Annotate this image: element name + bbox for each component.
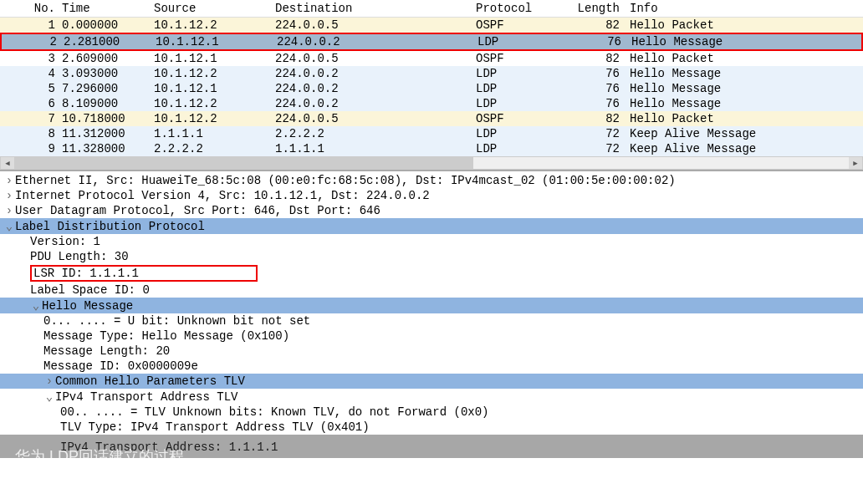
chevron-down-icon: ⌄ bbox=[43, 389, 55, 404]
cell: 76 bbox=[548, 66, 623, 81]
packet-row[interactable]: 10.00000010.1.12.2224.0.0.5OSPF82Hello P… bbox=[0, 18, 863, 33]
cell: 9 bbox=[0, 141, 59, 156]
packet-details-pane[interactable]: ›Ethernet II, Src: HuaweiTe_68:5c:08 (00… bbox=[0, 171, 863, 458]
cell: 7.296000 bbox=[59, 81, 151, 96]
cell: 10.1.12.2 bbox=[151, 96, 272, 111]
cell: Hello Packet bbox=[623, 51, 863, 66]
packet-row[interactable]: 911.3280002.2.2.21.1.1.1LDP72Keep Alive … bbox=[0, 141, 863, 156]
col-destination[interactable]: Destination bbox=[272, 0, 472, 17]
detail-label-space[interactable]: Label Space ID: 0 bbox=[0, 283, 863, 298]
cell: 2.281000 bbox=[60, 34, 152, 49]
detail-hello-message[interactable]: ⌄Hello Message bbox=[0, 298, 863, 313]
packet-row[interactable]: 811.3120001.1.1.12.2.2.2LDP72Keep Alive … bbox=[0, 126, 863, 141]
col-info[interactable]: Info bbox=[623, 0, 863, 17]
caption-overlay: 华为 LDP回话建立的过程 https://blog.csdn.net/ bbox=[0, 435, 863, 458]
cell: LDP bbox=[472, 81, 548, 96]
cell: 10.1.12.2 bbox=[151, 111, 272, 126]
cell: 1.1.1.1 bbox=[151, 126, 272, 141]
detail-msg-length[interactable]: Message Length: 20 bbox=[0, 344, 863, 359]
cell: LDP bbox=[472, 126, 548, 141]
packet-row[interactable]: 68.10900010.1.12.2224.0.0.2LDP76Hello Me… bbox=[0, 96, 863, 111]
cell: 4 bbox=[0, 66, 59, 81]
detail-pdu-length[interactable]: PDU Length: 30 bbox=[0, 249, 863, 264]
detail-tlv-bits[interactable]: 00.. .... = TLV Unknown bits: Known TLV,… bbox=[0, 405, 863, 420]
cell: OSPF bbox=[472, 51, 548, 66]
scroll-left-icon[interactable]: ◀ bbox=[1, 157, 14, 169]
cell: LDP bbox=[472, 96, 548, 111]
chevron-down-icon: ⌄ bbox=[3, 219, 15, 233]
cell: 76 bbox=[548, 81, 623, 96]
packet-row[interactable]: 710.71800010.1.12.2224.0.0.5OSPF82Hello … bbox=[0, 111, 863, 126]
chevron-right-icon: › bbox=[3, 174, 15, 187]
cell: Keep Alive Message bbox=[623, 141, 863, 156]
cell: LDP bbox=[472, 141, 548, 156]
cell: Hello Packet bbox=[623, 18, 863, 33]
cell: 7 bbox=[0, 111, 59, 126]
cell: OSPF bbox=[472, 111, 548, 126]
cell: Hello Packet bbox=[623, 111, 863, 126]
col-no[interactable]: No. bbox=[0, 0, 59, 17]
cell: 2.2.2.2 bbox=[272, 126, 472, 141]
chevron-right-icon: › bbox=[3, 189, 15, 202]
chevron-down-icon: ⌄ bbox=[30, 298, 42, 313]
cell: 2.609000 bbox=[59, 51, 151, 66]
detail-msg-id[interactable]: Message ID: 0x0000009e bbox=[0, 359, 863, 374]
cell: 10.1.12.2 bbox=[151, 18, 272, 33]
detail-ethernet[interactable]: ›Ethernet II, Src: HuaweiTe_68:5c:08 (00… bbox=[0, 173, 863, 188]
horizontal-scrollbar[interactable]: ◀ ▶ bbox=[0, 156, 863, 170]
cell: 10.1.12.1 bbox=[151, 51, 272, 66]
col-source[interactable]: Source bbox=[151, 0, 272, 17]
cell: 224.0.0.5 bbox=[272, 18, 472, 33]
cell: 3.093000 bbox=[59, 66, 151, 81]
detail-tlv-type[interactable]: TLV Type: IPv4 Transport Address TLV (0x… bbox=[0, 420, 863, 435]
cell: OSPF bbox=[472, 18, 548, 33]
cell: 3 bbox=[0, 51, 59, 66]
detail-ldp[interactable]: ⌄Label Distribution Protocol bbox=[0, 218, 863, 234]
cell: 82 bbox=[548, 111, 623, 126]
cell: Hello Message bbox=[623, 81, 863, 96]
col-length[interactable]: Length bbox=[548, 0, 623, 17]
cell: 76 bbox=[548, 96, 623, 111]
cell: 10.1.12.1 bbox=[152, 34, 273, 49]
detail-ip[interactable]: ›Internet Protocol Version 4, Src: 10.1.… bbox=[0, 188, 863, 203]
detail-common-hello-tlv[interactable]: ›Common Hello Parameters TLV bbox=[0, 374, 863, 389]
packet-row[interactable]: 57.29600010.1.12.1224.0.0.2LDP76Hello Me… bbox=[0, 81, 863, 96]
cell: 11.312000 bbox=[59, 126, 151, 141]
chevron-right-icon: › bbox=[3, 204, 15, 217]
cell: Hello Message bbox=[623, 66, 863, 81]
cell: 1.1.1.1 bbox=[272, 141, 472, 156]
cell: 10.1.12.1 bbox=[151, 81, 272, 96]
cell: 82 bbox=[548, 51, 623, 66]
packet-row[interactable]: 43.09300010.1.12.2224.0.0.2LDP76Hello Me… bbox=[0, 66, 863, 81]
cell: 2 bbox=[2, 34, 60, 49]
cell: 224.0.0.2 bbox=[272, 96, 472, 111]
detail-lsr-id[interactable]: LSR ID: 1.1.1.1 bbox=[0, 264, 863, 283]
cell: 0.000000 bbox=[59, 18, 151, 33]
packet-list-pane[interactable]: No. Time Source Destination Protocol Len… bbox=[0, 0, 863, 171]
detail-ipv4-tlv[interactable]: ⌄IPv4 Transport Address TLV bbox=[0, 389, 863, 405]
cell: LDP bbox=[472, 66, 548, 81]
cell: 224.0.0.2 bbox=[273, 34, 474, 49]
cell: 11.328000 bbox=[59, 141, 151, 156]
packet-list-header: No. Time Source Destination Protocol Len… bbox=[0, 0, 863, 18]
detail-msg-type[interactable]: Message Type: Hello Message (0x100) bbox=[0, 328, 863, 344]
cell: 2.2.2.2 bbox=[151, 141, 272, 156]
cell: 224.0.0.5 bbox=[272, 51, 472, 66]
col-time[interactable]: Time bbox=[59, 0, 151, 17]
cell: Hello Message bbox=[625, 34, 861, 49]
packet-row[interactable]: 22.28100010.1.12.1224.0.0.2LDP76Hello Me… bbox=[0, 33, 863, 51]
cell: 10.718000 bbox=[59, 111, 151, 126]
scroll-right-icon[interactable]: ▶ bbox=[849, 157, 862, 169]
col-protocol[interactable]: Protocol bbox=[472, 0, 548, 17]
cell: 5 bbox=[0, 81, 59, 96]
cell: 8 bbox=[0, 126, 59, 141]
cell: 1 bbox=[0, 18, 59, 33]
packet-row[interactable]: 32.60900010.1.12.1224.0.0.5OSPF82Hello P… bbox=[0, 51, 863, 66]
detail-ubit[interactable]: 0... .... = U bit: Unknown bit not set bbox=[0, 313, 863, 328]
detail-version[interactable]: Version: 1 bbox=[0, 234, 863, 249]
cell: 82 bbox=[548, 18, 623, 33]
cell: 10.1.12.2 bbox=[151, 66, 272, 81]
detail-udp[interactable]: ›User Datagram Protocol, Src Port: 646, … bbox=[0, 203, 863, 218]
chevron-right-icon: › bbox=[43, 374, 55, 388]
cell: 76 bbox=[549, 34, 625, 49]
